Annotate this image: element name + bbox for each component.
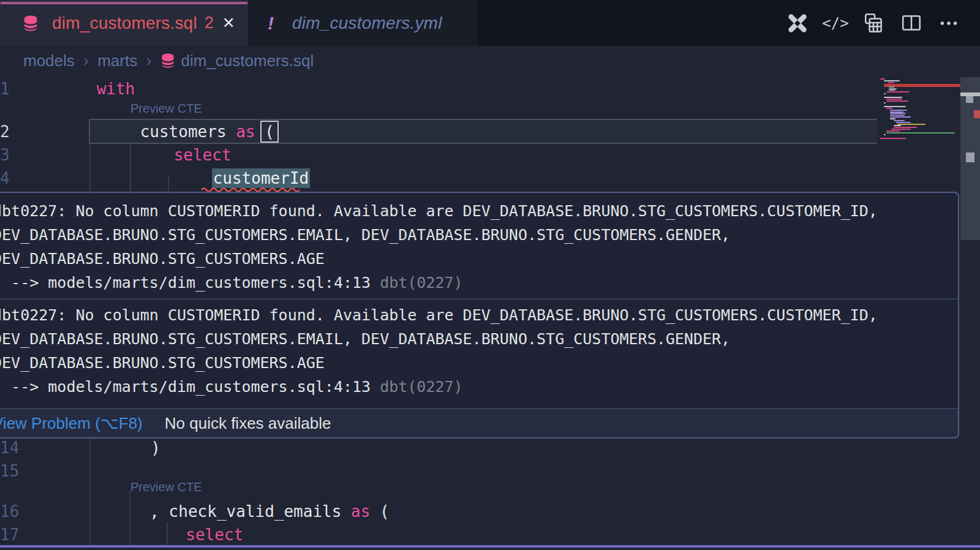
code-line-1[interactable]: 1with bbox=[0, 77, 980, 100]
minimap-line bbox=[886, 100, 908, 102]
line-number: 15 bbox=[0, 462, 19, 480]
token: ( bbox=[370, 502, 389, 521]
chevron-right-icon: › bbox=[146, 51, 151, 70]
line-number: 14 bbox=[0, 439, 19, 457]
split-editor-icon[interactable] bbox=[899, 11, 924, 36]
indent-guide bbox=[89, 145, 91, 192]
editor-actions: </> bbox=[785, 0, 962, 46]
error-message-block: dbt0227: No column CUSTOMERID found. Ava… bbox=[0, 199, 958, 295]
code-text: ) bbox=[151, 439, 160, 457]
minimap-line bbox=[886, 99, 902, 100]
minimap-line bbox=[880, 138, 906, 139]
token: ) bbox=[151, 439, 160, 457]
minimap-line bbox=[886, 91, 910, 92]
breadcrumb-item-file[interactable]: dim_customers.sql bbox=[181, 51, 314, 70]
minimap-line bbox=[890, 113, 906, 114]
minimap-line bbox=[894, 127, 917, 128]
view-problem-link[interactable]: View Problem (⌥F8) bbox=[0, 414, 143, 433]
line-number: 1 bbox=[0, 80, 10, 98]
token: customers bbox=[140, 122, 236, 141]
minimap-line bbox=[884, 106, 906, 107]
active-tab-accent bbox=[1, 2, 247, 4]
error-message-block: dbt0227: No column CUSTOMERID found. Ava… bbox=[0, 303, 958, 399]
code-line-4[interactable]: 4customerId bbox=[0, 167, 980, 190]
error-hover-tooltip: dbt0227: No column CUSTOMERID found. Ava… bbox=[0, 192, 959, 439]
minimap-line bbox=[886, 132, 955, 134]
code-text: select bbox=[186, 526, 243, 544]
minimap-line bbox=[888, 82, 894, 83]
minimap-line bbox=[894, 120, 905, 121]
compiled-code-icon[interactable]: </> bbox=[823, 11, 848, 36]
token: as bbox=[351, 502, 370, 521]
query-results-table-icon[interactable] bbox=[861, 11, 886, 36]
ruler-mark bbox=[966, 96, 973, 103]
text-cursor: ( bbox=[260, 121, 279, 143]
tab-bar: dim_customers.sql 2 ✕ ! dim_customers.ym… bbox=[0, 0, 980, 46]
tab-label: dim_customers.yml bbox=[292, 13, 442, 33]
code-line-3[interactable]: 3select bbox=[0, 143, 980, 167]
ruler-mark bbox=[966, 153, 974, 162]
token: , check_valid_emails bbox=[149, 502, 351, 521]
minimap-line bbox=[891, 129, 911, 130]
hover-status-bar: View Problem (⌥F8) No quick fixes availa… bbox=[0, 408, 958, 437]
tab-label: dim_customers.sql bbox=[52, 13, 197, 33]
minimap-line bbox=[884, 93, 886, 94]
code-text: customerId bbox=[212, 169, 311, 187]
token: with bbox=[97, 80, 135, 98]
minimap-line bbox=[894, 125, 901, 126]
ruler-error-mark bbox=[974, 110, 980, 118]
code-line-14[interactable]: 14) bbox=[0, 436, 980, 459]
error-message-line: DEV_DATABASE.BRUNO.STG_CUSTOMERS.EMAIL, … bbox=[0, 327, 958, 351]
error-messages: dbt0227: No column CUSTOMERID found. Ava… bbox=[0, 193, 958, 399]
code-text: select bbox=[174, 146, 232, 164]
code-text: , check_valid_emails as ( bbox=[149, 502, 389, 521]
close-tab-button[interactable]: ✕ bbox=[222, 14, 235, 32]
line-number: 2 bbox=[0, 122, 10, 141]
token: customerId bbox=[212, 168, 311, 188]
tab-dim-customers-sql[interactable]: dim_customers.sql 2 ✕ bbox=[0, 0, 248, 46]
minimap-line bbox=[886, 108, 892, 109]
code-line-16[interactable]: 16, check_valid_emails as ( bbox=[0, 500, 980, 523]
minimap-line bbox=[880, 78, 885, 80]
code-line-17[interactable]: 17select bbox=[0, 523, 980, 546]
database-icon bbox=[23, 15, 38, 31]
indent-guide bbox=[89, 439, 91, 545]
minimap-line bbox=[886, 130, 900, 132]
dbt-icon[interactable] bbox=[785, 11, 810, 36]
error-location-line: --> models/marts/dim_customers.sql:4:13 … bbox=[0, 271, 958, 295]
minimap-line bbox=[890, 115, 905, 116]
minimap-line bbox=[884, 97, 902, 98]
code-lens-preview-cte[interactable]: Preview CTE bbox=[130, 102, 202, 116]
indent-guide bbox=[129, 490, 130, 545]
chevron-right-icon: › bbox=[83, 51, 89, 70]
line-number: 17 bbox=[0, 526, 19, 544]
line-number: 16 bbox=[0, 502, 19, 521]
code-line-2[interactable]: 2customers as ( bbox=[0, 120, 980, 143]
indent-guide bbox=[167, 522, 168, 545]
line-number: 3 bbox=[0, 146, 10, 164]
minimap-line bbox=[884, 102, 886, 104]
breadcrumb: models › marts › dim_customers.sql bbox=[0, 46, 980, 75]
error-code-ref: dbt(0227) bbox=[380, 274, 462, 292]
error-message-line: DEV_DATABASE.BRUNO.STG_CUSTOMERS.AGE bbox=[0, 247, 958, 271]
minimap-line bbox=[889, 86, 894, 88]
indent-guide bbox=[168, 175, 169, 192]
error-message-line: dbt0227: No column CUSTOMERID found. Ava… bbox=[0, 199, 958, 223]
tab-dim-customers-yml[interactable]: ! dim_customers.yml bbox=[248, 0, 478, 46]
panel-divider bbox=[0, 545, 980, 548]
token: as bbox=[236, 122, 255, 141]
minimap-line bbox=[890, 118, 895, 119]
token: select bbox=[186, 526, 243, 544]
code-line-15[interactable]: 15 bbox=[0, 459, 980, 483]
code-lens-preview-cte[interactable]: Preview CTE bbox=[130, 480, 202, 494]
minimap-line bbox=[884, 134, 886, 135]
breadcrumb-item-marts[interactable]: marts bbox=[97, 51, 137, 70]
error-location-line: --> models/marts/dim_customers.sql:4:13 … bbox=[0, 375, 958, 399]
minimap-line bbox=[884, 80, 900, 81]
minimap-line bbox=[890, 110, 907, 111]
more-actions-icon[interactable] bbox=[937, 11, 962, 36]
breadcrumb-item-models[interactable]: models bbox=[23, 51, 75, 70]
minimap-line bbox=[896, 122, 911, 123]
hover-divider bbox=[0, 298, 958, 299]
error-code-ref: dbt(0227) bbox=[380, 378, 462, 396]
